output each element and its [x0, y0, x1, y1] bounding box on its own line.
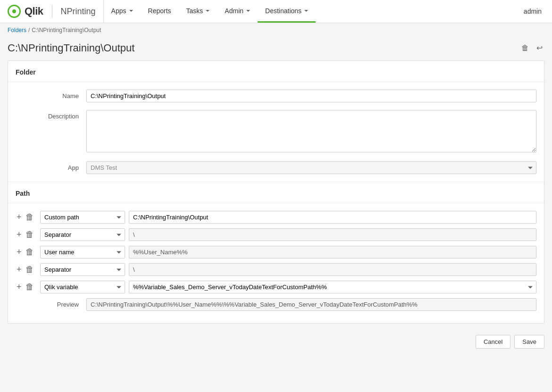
path-row-3: + 🗑 Custom path Separator User name Qlik…	[8, 263, 544, 276]
delete-icon: 🗑	[25, 212, 34, 222]
page-footer: Cancel Save	[0, 331, 552, 352]
path-row-1-add-button[interactable]: +	[16, 229, 23, 241]
path-row-0-delete-button[interactable]: 🗑	[25, 211, 35, 223]
preview-value: C:\NPrintingTraining\Output\%%User_Name%…	[86, 298, 536, 311]
name-label: Name	[16, 90, 86, 100]
path-row-4-type-wrap: Custom path Separator User name Qlik var…	[40, 281, 125, 293]
path-row-3-type-wrap: Custom path Separator User name Qlik var…	[40, 263, 125, 276]
plus-icon-4: +	[17, 282, 22, 292]
path-row-4-delete-button[interactable]: 🗑	[25, 281, 35, 293]
path-row-2-delete-button[interactable]: 🗑	[25, 246, 35, 258]
nav-item-reports[interactable]: Reports	[141, 0, 179, 23]
path-row-4-type-select[interactable]: Custom path Separator User name Qlik var…	[40, 281, 125, 293]
path-row-4-add-button[interactable]: +	[16, 281, 23, 293]
undo-icon	[536, 43, 543, 52]
name-control-wrap	[86, 90, 536, 102]
path-row-0-icons: + 🗑	[16, 211, 36, 223]
delete-icon-1: 🗑	[25, 230, 34, 239]
path-row-4-value-select[interactable]: %%Variable_Sales_Demo_Server_vTodayDateT…	[129, 281, 536, 293]
app-row: App DMS Test	[8, 161, 544, 174]
path-row-2-value: %%User_Name%%	[129, 246, 536, 259]
path-row-2-icons: + 🗑	[16, 246, 36, 258]
page-title: C:\NPrintingTraining\Output	[8, 42, 134, 54]
app-select[interactable]: DMS Test	[86, 161, 536, 174]
app-control-wrap: DMS Test	[86, 161, 536, 174]
main-card: Folder Name Description App DMS Test Pat…	[8, 60, 544, 324]
nav-item-admin[interactable]: Admin	[217, 0, 258, 23]
path-row-0-type-wrap: Custom path Separator User name Qlik var…	[40, 211, 125, 224]
delete-button[interactable]	[519, 41, 531, 55]
plus-icon-1: +	[17, 230, 22, 239]
app-label: App	[16, 161, 86, 171]
brand-logo: Qlik NPrinting	[8, 5, 96, 18]
tasks-caret-icon	[206, 10, 209, 12]
nav-item-tasks[interactable]: Tasks	[179, 0, 217, 23]
back-button[interactable]	[535, 41, 544, 55]
nav-user[interactable]: admin	[516, 0, 552, 23]
apps-caret-icon	[129, 10, 133, 12]
brand-nprinting-text: NPrinting	[61, 7, 96, 17]
nav-item-apps[interactable]: Apps	[104, 0, 141, 23]
description-textarea[interactable]	[86, 110, 536, 152]
plus-icon-2: +	[17, 247, 22, 257]
brand: Qlik NPrinting	[0, 0, 104, 23]
description-label: Description	[16, 110, 86, 120]
path-row-4-value-select-wrap: %%Variable_Sales_Demo_Server_vTodayDateT…	[129, 281, 536, 293]
path-row-0-add-button[interactable]: +	[16, 211, 23, 223]
path-row-3-delete-button[interactable]: 🗑	[25, 264, 35, 275]
path-row-1-type-wrap: Custom path Separator User name Qlik var…	[40, 228, 125, 241]
path-row-4-icons: + 🗑	[16, 281, 36, 293]
path-section-title: Path	[8, 182, 544, 203]
folder-section-title: Folder	[8, 68, 544, 82]
name-row: Name	[8, 90, 544, 102]
path-row-0-type-select[interactable]: Custom path Separator User name Qlik var…	[40, 211, 125, 224]
path-row-1-type-select[interactable]: Custom path Separator User name Qlik var…	[40, 228, 125, 241]
description-control-wrap	[86, 110, 536, 154]
trash-icon	[521, 43, 529, 52]
nav-item-destinations[interactable]: Destinations	[258, 0, 316, 23]
plus-icon: +	[17, 212, 22, 222]
breadcrumb-separator: /	[28, 27, 30, 33]
breadcrumb: Folders / C:\NPrintingTraining\Output	[0, 23, 552, 37]
delete-icon-3: 🗑	[25, 265, 34, 274]
preview-label: Preview	[16, 301, 86, 308]
destinations-caret-icon	[304, 10, 308, 12]
path-row-0-value-input[interactable]	[129, 211, 536, 224]
page-header: C:\NPrintingTraining\Output	[0, 37, 552, 60]
path-row-2-type-wrap: Custom path Separator User name Qlik var…	[40, 246, 125, 259]
path-row-2-type-select[interactable]: Custom path Separator User name Qlik var…	[40, 246, 125, 259]
plus-icon-3: +	[17, 265, 22, 274]
qlik-circle-icon	[8, 5, 21, 18]
path-row-2: + 🗑 Custom path Separator User name Qlik…	[8, 246, 544, 259]
page-actions	[519, 41, 544, 55]
preview-row: Preview C:\NPrintingTraining\Output\%%Us…	[8, 298, 544, 311]
breadcrumb-current: C:\NPrintingTraining\Output	[32, 27, 101, 33]
path-row-3-value: \	[129, 263, 536, 276]
path-row-3-icons: + 🗑	[16, 264, 36, 275]
brand-qlik-text: Qlik	[25, 5, 43, 17]
navbar: Qlik NPrinting Apps Reports Tasks Admin …	[0, 0, 552, 23]
breadcrumb-folders-link[interactable]: Folders	[8, 27, 26, 33]
admin-caret-icon	[246, 10, 250, 12]
path-row-3-add-button[interactable]: +	[16, 264, 23, 275]
cancel-button[interactable]: Cancel	[476, 335, 510, 349]
path-row-1: + 🗑 Custom path Separator User name Qlik…	[8, 228, 544, 241]
brand-divider	[52, 5, 52, 18]
path-row-1-delete-button[interactable]: 🗑	[25, 229, 35, 241]
save-button[interactable]: Save	[514, 335, 544, 349]
path-row-4: + 🗑 Custom path Separator User name Qlik…	[8, 281, 544, 293]
path-row-2-add-button[interactable]: +	[16, 246, 23, 258]
path-row-1-value: \	[129, 228, 536, 241]
name-input[interactable]	[86, 90, 536, 102]
nav-menu: Apps Reports Tasks Admin Destinations	[104, 0, 316, 23]
delete-icon-2: 🗑	[25, 247, 34, 257]
path-row-0: + 🗑 Custom path Separator User name Qlik…	[8, 211, 544, 224]
delete-icon-4: 🗑	[25, 282, 34, 292]
path-row-3-type-select[interactable]: Custom path Separator User name Qlik var…	[40, 263, 125, 276]
description-row: Description	[8, 110, 544, 154]
path-row-1-icons: + 🗑	[16, 229, 36, 241]
